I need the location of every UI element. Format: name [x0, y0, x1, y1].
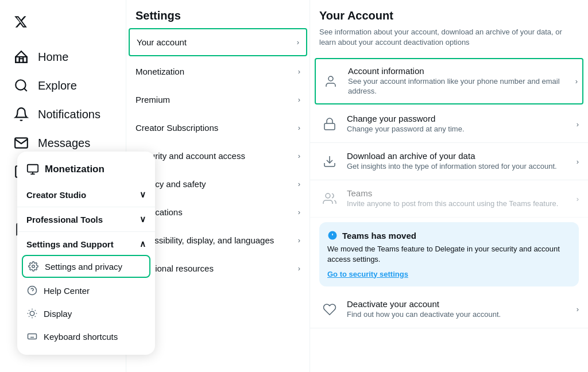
settings-item-monetization[interactable]: Monetization ›: [126, 57, 310, 86]
left-sidebar: Home Explore Notifications: [0, 0, 126, 372]
settings-privacy-label: Settings and privacy: [45, 262, 122, 272]
deactivate-icon: [319, 299, 340, 320]
nav-label-home: Home: [38, 51, 68, 64]
content-item-change-password[interactable]: Change your password Change your passwor…: [310, 106, 588, 143]
keyboard-shortcuts-label: Keyboard shortcuts: [44, 332, 118, 342]
download-archive-subtitle: Get insights into the type of informatio…: [347, 162, 572, 172]
teams-moved-description: We moved the Teams feature to Delegate i…: [327, 244, 571, 265]
account-info-icon: [320, 71, 341, 92]
change-password-title: Change your password: [347, 114, 572, 123]
display-item[interactable]: Display: [17, 302, 155, 325]
teams-moved-heading: Teams has moved: [342, 231, 416, 241]
chevron-right-icon-download: ›: [577, 157, 579, 166]
change-password-text: Change your password Change your passwor…: [347, 114, 572, 134]
account-info-subtitle: See your account information like your p…: [348, 77, 571, 96]
chevron-right-icon-account-info: ›: [575, 77, 578, 86]
deactivate-subtitle: Find out how you can deactivate your acc…: [347, 310, 572, 320]
creator-studio-section: Creator Studio ∨: [17, 183, 155, 207]
svg-point-1: [16, 80, 25, 90]
svg-rect-0: [16, 57, 27, 63]
settings-privacy-item[interactable]: Settings and privacy: [22, 255, 150, 278]
svg-rect-32: [324, 123, 335, 130]
professional-tools-section: Professional Tools ∨: [17, 207, 155, 232]
teams-moved-notice: Teams has moved We moved the Teams featu…: [319, 222, 579, 286]
nav-label-notifications: Notifications: [38, 108, 100, 121]
download-archive-text: Download an archive of your data Get ins…: [347, 151, 572, 172]
chevron-right-icon-notifications: ›: [298, 208, 300, 216]
settings-item-monetization-label: Monetization: [136, 67, 184, 76]
chevron-right-icon-additional: ›: [298, 264, 300, 273]
nav-label-messages: Messages: [38, 137, 90, 150]
svg-line-23: [29, 316, 29, 317]
chevron-right-icon-accessibility: ›: [298, 236, 300, 245]
explore-icon: [14, 78, 29, 93]
content-title: Your Account: [310, 0, 588, 27]
keyboard-shortcuts-item[interactable]: Keyboard shortcuts: [17, 325, 155, 348]
chevron-right-icon-teams: ›: [577, 195, 579, 203]
nav-label-explore: Explore: [38, 79, 77, 92]
svg-rect-25: [28, 334, 37, 339]
settings-support-section: Settings and Support ∧ Settings and priv…: [17, 232, 155, 350]
professional-tools-label: Professional Tools: [26, 215, 103, 224]
content-item-deactivate[interactable]: Deactivate your account Find out how you…: [310, 291, 588, 328]
content-item-download-archive[interactable]: Download an archive of your data Get ins…: [310, 143, 588, 180]
teams-text: Teams Invite anyone to post from this ac…: [347, 188, 572, 209]
svg-point-34: [326, 193, 330, 198]
settings-item-creator-subscriptions-label: Creator Subscriptions: [136, 123, 218, 133]
svg-line-24: [35, 310, 36, 311]
content-description: See information about your account, down…: [310, 27, 588, 57]
professional-tools-toggle[interactable]: Professional Tools ∨: [17, 210, 155, 229]
creator-studio-toggle[interactable]: Creator Studio ∨: [17, 185, 155, 204]
chevron-right-icon-privacy: ›: [298, 180, 300, 188]
teams-icon: [319, 188, 340, 209]
nav-item-notifications[interactable]: Notifications: [5, 100, 121, 129]
chevron-right-icon-your-account: ›: [297, 38, 299, 46]
monetization-dropdown: Monetization Creator Studio ∨ Profession…: [17, 152, 155, 355]
chevron-right-icon-monetization: ›: [298, 67, 300, 76]
chevron-right-icon-creator-subscriptions: ›: [298, 123, 300, 132]
account-info-text: Account information See your account inf…: [348, 66, 571, 96]
settings-item-premium[interactable]: Premium ›: [126, 86, 310, 114]
teams-subtitle: Invite anyone to post from this account …: [347, 199, 572, 209]
chevron-right-icon-premium: ›: [298, 95, 300, 104]
content-item-teams[interactable]: Teams Invite anyone to post from this ac…: [310, 180, 588, 218]
settings-item-accessibility-label: Accessibility, display, and languages: [136, 235, 274, 245]
svg-point-13: [32, 265, 35, 268]
content-item-account-information[interactable]: Account information See your account inf…: [315, 58, 583, 104]
teams-title: Teams: [347, 188, 572, 198]
messages-icon: [14, 135, 29, 150]
logo-area: [0, 5, 126, 42]
teams-moved-link[interactable]: Go to security settings: [327, 270, 571, 278]
settings-support-toggle[interactable]: Settings and Support ∧: [17, 234, 155, 254]
chevron-right-icon-deactivate: ›: [577, 305, 579, 313]
display-label: Display: [44, 309, 72, 319]
professional-tools-chevron: ∨: [140, 214, 146, 224]
settings-item-creator-subscriptions[interactable]: Creator Subscriptions ›: [126, 114, 310, 142]
settings-support-chevron: ∧: [140, 239, 146, 249]
account-info-title: Account information: [348, 66, 571, 76]
nav-item-home[interactable]: Home: [5, 42, 121, 71]
x-logo[interactable]: [9, 10, 32, 33]
settings-gear-icon: [28, 261, 39, 272]
display-icon: [26, 308, 38, 319]
help-center-item[interactable]: Help Center: [17, 279, 155, 302]
svg-line-2: [24, 88, 27, 91]
settings-item-premium-label: Premium: [136, 95, 170, 104]
settings-support-label: Settings and Support: [26, 239, 114, 249]
download-icon: [319, 151, 340, 172]
deactivate-text: Deactivate your account Find out how you…: [347, 299, 572, 320]
svg-line-20: [35, 316, 36, 317]
settings-title: Settings: [126, 0, 310, 27]
svg-rect-10: [28, 165, 38, 172]
home-icon: [14, 49, 29, 64]
content-panel: Your Account See information about your …: [310, 0, 588, 372]
chevron-right-icon-security: ›: [298, 152, 300, 160]
notifications-icon: [14, 107, 29, 122]
password-icon: [319, 114, 340, 134]
monetization-header: Monetization: [17, 161, 155, 183]
nav-item-explore[interactable]: Explore: [5, 71, 121, 100]
settings-item-your-account[interactable]: Your account ›: [129, 28, 307, 56]
change-password-subtitle: Change your password at any time.: [347, 125, 572, 134]
svg-point-31: [328, 76, 333, 81]
help-circle-icon: [26, 285, 38, 296]
